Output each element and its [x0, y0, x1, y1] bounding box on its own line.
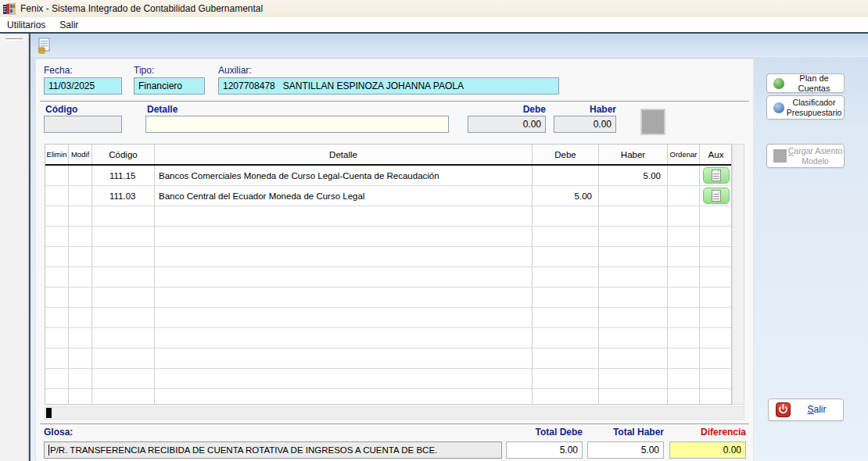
table-cell [533, 288, 599, 307]
table-horizontal-scrollbar[interactable] [45, 406, 744, 420]
table-cell [533, 348, 599, 368]
window-title: Fenix - Sistema Integrado de Contabilida… [20, 3, 263, 14]
table-cell [668, 267, 700, 287]
table-empty-row[interactable] [45, 288, 731, 308]
table-cell [700, 389, 732, 405]
table-cell [45, 267, 69, 287]
tipo-input[interactable]: Financiero [134, 77, 205, 95]
text-caret [48, 445, 49, 456]
cell-ordenar[interactable] [668, 186, 700, 205]
col-header-codigo[interactable]: Código [92, 145, 155, 164]
dock-grip-handle[interactable] [5, 38, 23, 41]
entry-detalle-label: Detalle [147, 104, 178, 115]
table-cell [668, 308, 700, 327]
aux-button[interactable] [703, 167, 730, 184]
cell-codigo: 111.03 [92, 186, 155, 205]
cell-debe: 5.00 [533, 186, 599, 205]
fecha-input[interactable]: 11/03/2025 [44, 77, 122, 95]
table-cell [700, 369, 732, 388]
salir-button[interactable]: Salir [768, 398, 844, 421]
entry-haber-value: 0.00 [594, 119, 612, 130]
table-empty-row[interactable] [45, 247, 731, 267]
toolbar [30, 34, 868, 57]
table-cell [155, 369, 533, 388]
table-empty-rows [45, 206, 731, 405]
green-sphere-icon [773, 78, 784, 89]
table-empty-row[interactable] [45, 308, 731, 328]
table-cell [69, 328, 92, 348]
table-empty-row[interactable] [45, 328, 731, 348]
table-empty-row[interactable] [45, 348, 731, 369]
entry-codigo-input[interactable] [44, 116, 122, 133]
cell-debe [533, 166, 599, 185]
separator [40, 423, 749, 424]
table-empty-row[interactable] [45, 267, 731, 288]
auxiliar-input[interactable]: 1207708478 SANTILLAN ESPINOZA JOHANNA PA… [218, 77, 559, 95]
entry-debe-value: 0.00 [523, 119, 541, 130]
col-header-haber[interactable]: Haber [599, 145, 668, 164]
table-empty-row[interactable] [45, 389, 731, 405]
cell-elimin[interactable] [45, 166, 69, 185]
table-vertical-scrollbar[interactable] [732, 144, 744, 405]
auxiliar-value: 1207708478 SANTILLAN ESPINOZA JOHANNA PA… [223, 80, 464, 91]
table-empty-row[interactable] [45, 369, 731, 389]
col-header-modif[interactable]: Modif [69, 145, 92, 164]
table-cell [45, 308, 69, 327]
clasificador-presupuestario-button[interactable]: Clasificador Presupuestario [766, 95, 845, 120]
entry-action-button[interactable] [640, 109, 665, 135]
scrollbar-thumb[interactable] [46, 408, 52, 418]
table-cell [155, 247, 533, 266]
aux-button[interactable] [703, 188, 730, 204]
table-row[interactable]: 111.03 Banco Central del Ecuador Moneda … [45, 186, 731, 206]
table-cell [92, 206, 155, 226]
col-header-elimin[interactable]: Elimin [45, 145, 69, 164]
col-header-debe[interactable]: Debe [533, 145, 599, 164]
table-cell [155, 389, 533, 405]
cell-elimin[interactable] [45, 186, 69, 205]
col-header-aux[interactable]: Aux [700, 145, 732, 164]
entry-debe-input[interactable]: 0.00 [468, 116, 546, 133]
cargar-asiento-modelo-button[interactable]: Cargar Asiento Modelo [766, 144, 845, 168]
table-cell [45, 227, 69, 246]
total-debe-input: 5.00 [506, 441, 583, 459]
menu-salir[interactable]: Salir [52, 18, 85, 32]
gray-square-icon [773, 149, 787, 163]
document-lines-icon [712, 190, 721, 202]
fecha-value: 11/03/2025 [48, 80, 95, 91]
new-entry-document-icon[interactable] [37, 38, 52, 54]
app-icon [3, 3, 16, 15]
table-cell [700, 206, 732, 226]
table-cell [599, 369, 668, 388]
table-empty-row[interactable] [45, 227, 731, 247]
glosa-input[interactable]: P/R. TRANSFERENCIA RECIBIDA DE CUENTA RO… [44, 441, 502, 459]
table-cell [155, 328, 533, 348]
menu-utilitarios[interactable]: Utilitarios [0, 18, 52, 32]
table-cell [69, 308, 92, 327]
table-row[interactable]: 111.15 Bancos Comerciales Moneda de Curs… [45, 166, 731, 186]
separator [40, 101, 749, 102]
table-cell [599, 267, 668, 287]
cell-modif[interactable] [69, 186, 92, 205]
left-dock-panel [0, 34, 29, 461]
entry-haber-input[interactable]: 0.00 [554, 116, 616, 133]
table-cell [92, 267, 155, 287]
main-area: Fecha: 11/03/2025 Tipo: Financiero Auxil… [29, 34, 868, 461]
table-cell [700, 288, 732, 307]
table-cell [92, 328, 155, 348]
table-cell [69, 227, 92, 246]
cell-ordenar[interactable] [668, 166, 700, 185]
table-cell [533, 247, 599, 266]
menu-bar: Utilitarios Salir [0, 17, 868, 32]
cell-modif[interactable] [69, 166, 92, 185]
plan-de-cuentas-label: Plan de Cuentas [784, 73, 844, 93]
entry-detalle-input[interactable] [145, 116, 449, 133]
col-header-ordenar[interactable]: Ordenar [668, 145, 700, 164]
plan-de-cuentas-button[interactable]: Plan de Cuentas [766, 73, 845, 93]
entry-haber-label: Haber [554, 104, 616, 115]
table-empty-row[interactable] [45, 206, 731, 227]
table-cell [668, 247, 700, 266]
col-header-detalle[interactable]: Detalle [155, 145, 533, 164]
table-cell [599, 247, 668, 266]
glosa-label: Glosa: [44, 427, 73, 438]
cargar-asiento-label: Cargar Asiento Modelo [787, 146, 844, 165]
